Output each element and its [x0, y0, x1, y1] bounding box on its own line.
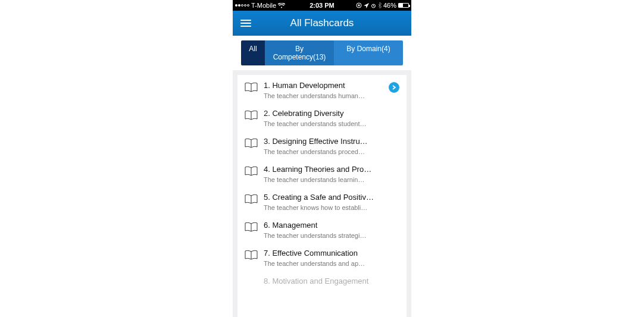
alarm-icon: [371, 3, 376, 8]
list-item-text: 7. Effective Communication The teacher u…: [264, 249, 399, 267]
list-item-text: 8. Motivation and Engagement: [264, 277, 399, 288]
book-icon: [245, 194, 258, 207]
page-title: All Flashcards: [290, 17, 354, 29]
list-item[interactable]: 1. Human Development The teacher underst…: [237, 75, 407, 103]
clock-label: 2:03 PM: [310, 2, 334, 9]
book-icon: [245, 138, 258, 151]
list-item[interactable]: 6. Management The teacher understands st…: [237, 215, 407, 243]
battery-pct-label: 46%: [383, 2, 396, 9]
list-background: 1. Human Development The teacher underst…: [233, 70, 411, 317]
status-bar: T-Mobile 2:03 PM 46%: [233, 0, 411, 11]
list-item[interactable]: 2. Celebrating Diversity The teacher und…: [237, 103, 407, 131]
app-header: All Flashcards: [233, 11, 411, 36]
list-item-sub: The teacher knows how to establi…: [264, 204, 399, 211]
list-item-text: 1. Human Development The teacher underst…: [264, 81, 383, 99]
chevron-right-icon[interactable]: [389, 82, 399, 93]
menu-button[interactable]: [233, 11, 259, 36]
list-item-title: 3. Designing Effective Instru…: [264, 137, 399, 146]
list-item-text: 4. Learning Theories and Pro… The teache…: [264, 165, 399, 183]
list-item-title: 6. Management: [264, 221, 399, 230]
list-item-title: 1. Human Development: [264, 81, 383, 90]
phone-frame: T-Mobile 2:03 PM 46%: [233, 0, 411, 317]
hamburger-icon: [240, 20, 251, 27]
list-item[interactable]: 4. Learning Theories and Pro… The teache…: [237, 159, 407, 187]
tab-domain[interactable]: By Domain(4): [334, 40, 403, 65]
list-item-text: 2. Celebrating Diversity The teacher und…: [264, 109, 399, 127]
list-item-sub: The teacher understands proced…: [264, 148, 399, 155]
battery-icon: [398, 3, 409, 8]
list-item[interactable]: 7. Effective Communication The teacher u…: [237, 243, 407, 271]
orientation-lock-icon: [356, 2, 362, 8]
list-item[interactable]: 3. Designing Effective Instru… The teach…: [237, 131, 407, 159]
tab-competency[interactable]: By Competency(13): [265, 40, 334, 65]
list-item-sub: The teacher understands student…: [264, 120, 399, 127]
book-icon: [245, 82, 258, 95]
book-icon: [245, 110, 258, 123]
flashcard-list: 1. Human Development The teacher underst…: [237, 75, 407, 317]
tabs-container: All By Competency(13) By Domain(4): [233, 36, 411, 70]
list-item-text: 3. Designing Effective Instru… The teach…: [264, 137, 399, 155]
tab-all[interactable]: All: [241, 40, 265, 65]
list-item[interactable]: 5. Creating a Safe and Positiv… The teac…: [237, 187, 407, 215]
list-item-title: 2. Celebrating Diversity: [264, 109, 399, 118]
list-item[interactable]: 8. Motivation and Engagement: [237, 271, 407, 294]
list-item-sub: The teacher understands human…: [264, 92, 383, 99]
wifi-icon: [278, 3, 285, 8]
list-item-title: 5. Creating a Safe and Positiv…: [264, 193, 399, 202]
bluetooth-icon: [378, 2, 382, 8]
location-icon: [364, 3, 369, 8]
status-left: T-Mobile: [235, 2, 285, 9]
status-right: 46%: [356, 2, 409, 9]
segmented-tabs: All By Competency(13) By Domain(4): [241, 40, 403, 65]
book-icon: [245, 222, 258, 235]
list-item-sub: The teacher understands strategi…: [264, 232, 399, 239]
list-item-sub: The teacher understands learnin…: [264, 176, 399, 183]
list-item-title: 8. Motivation and Engagement: [264, 277, 399, 285]
book-icon: [245, 250, 258, 263]
list-item-text: 6. Management The teacher understands st…: [264, 221, 399, 239]
list-item-title: 7. Effective Communication: [264, 249, 399, 258]
list-item-text: 5. Creating a Safe and Positiv… The teac…: [264, 193, 399, 211]
svg-rect-1: [358, 5, 360, 7]
book-icon: [245, 166, 258, 179]
list-item-title: 4. Learning Theories and Pro…: [264, 165, 399, 174]
signal-dots-icon: [235, 4, 249, 7]
list-item-sub: The teacher understands and ap…: [264, 260, 399, 267]
carrier-label: T-Mobile: [251, 2, 276, 9]
